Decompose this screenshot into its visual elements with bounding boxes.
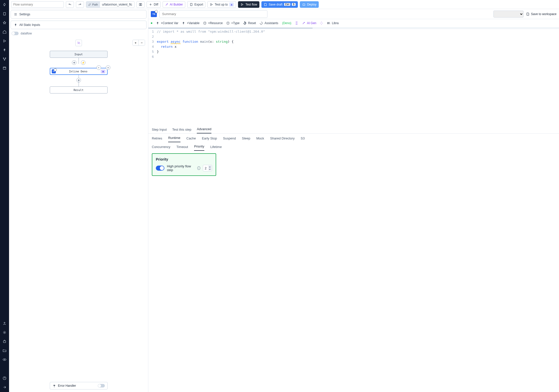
save-to-workspace-button[interactable]: Save to workspace [526,12,556,16]
dataflow-toggle-row: dataflow [9,30,148,37]
eye-icon[interactable] [2,357,7,362]
ai-builder-button[interactable]: AI Builder [163,1,185,8]
code-editor[interactable]: 123456 // import * as wmill from "npm:wi… [148,29,559,125]
svg-rect-7 [3,341,6,342]
result-node[interactable]: Result [50,86,108,93]
tab-concurrency[interactable]: Concurrency [152,145,170,151]
bag-icon[interactable] [2,339,7,344]
folder-icon[interactable] [2,348,7,353]
step-add-button[interactable]: + [97,65,101,70]
code-content[interactable]: // import * as wmill from "npm:windmill-… [156,29,559,125]
advanced-tabs-2: Concurrency Timeout Priority Lifetime [148,142,559,151]
sparkle-button[interactable] [320,21,323,25]
step-delete-button[interactable]: ✕ [106,65,110,70]
nodes-icon[interactable] [2,57,7,61]
tab-s3[interactable]: S3 [301,136,305,142]
home-icon[interactable] [2,30,7,34]
zoom-in-button[interactable]: + [133,40,139,45]
diff-button[interactable]: Diff [147,1,161,8]
format-button[interactable] [295,21,298,25]
path-chip[interactable]: Path u/faton/non_violent_flc [86,1,134,8]
user-icon[interactable] [2,321,7,326]
high-priority-label: High priority flow step [167,164,195,172]
tab-timeout[interactable]: Timeout [176,145,188,151]
all-static-inputs-row[interactable]: All Static Inputs [11,21,147,29]
svg-rect-4 [3,67,6,69]
tab-step-input[interactable]: Step Input [152,128,167,133]
flow-summary-input[interactable] [11,1,64,8]
undo-button[interactable] [66,1,74,8]
settings-row[interactable]: Settings [11,10,147,19]
svg-rect-11 [303,4,305,6]
context-var-button[interactable]: +Context Var [156,21,178,25]
variable-button[interactable]: +Variable [182,21,199,25]
tab-cache[interactable]: Cache [187,136,196,142]
svg-rect-0 [4,13,6,15]
error-handler-row[interactable]: Error Handler [50,382,108,389]
star-icon[interactable] [2,21,7,25]
library-button[interactable]: Libra [327,21,339,25]
path-label-text: Path [92,3,98,6]
flow-canvas[interactable]: + − Input ✥ ⚡ TS Inline Deno a + ✕ [9,37,148,392]
status-dot [151,22,152,24]
dataflow-label: dataflow [21,32,32,35]
tab-mock[interactable]: Mock [256,136,264,142]
tab-retries[interactable]: Retries [152,136,162,142]
assistants-button[interactable]: Assistants (Deno) [259,21,291,25]
collapse-icon[interactable] [2,385,7,389]
priority-stepper[interactable]: ▴▾ [208,166,211,170]
tab-test-this-step[interactable]: Test this step [172,128,191,133]
editor-header: TS Save to workspace [148,9,559,19]
tab-runtime[interactable]: Runtime [168,136,180,142]
error-handler-toggle[interactable] [98,384,105,387]
high-priority-toggle[interactable] [156,166,164,171]
reset-button[interactable]: Reset [243,21,256,25]
deploy-button[interactable]: Deploy [300,1,319,8]
svg-rect-10 [190,3,192,6]
step-summary-input[interactable] [159,10,267,18]
dataflow-toggle[interactable] [12,32,19,35]
export-button[interactable]: Export [187,1,206,8]
tab-advanced[interactable]: Advanced [197,127,211,133]
zoom-out-button[interactable]: − [139,40,145,45]
advanced-tabs-1: Retries Runtime Cache Early Stop Suspend… [148,134,559,142]
redo-button[interactable] [76,1,84,8]
logo-icon[interactable] [2,3,7,7]
connector [78,81,79,86]
book-button[interactable] [136,1,145,8]
priority-value-input[interactable]: 2 ▴▾ [203,165,212,171]
test-flow-button[interactable]: Test flow [238,1,259,8]
svg-rect-14 [227,22,229,24]
branch-button[interactable]: ⚡ [81,60,85,65]
help-icon[interactable] [2,376,7,380]
ai-gen-button[interactable]: AI Gen [302,21,316,25]
editor-toolbar: +Context Var +Variable +Resource +Type R… [148,19,559,27]
tab-priority[interactable]: Priority [194,144,204,151]
tab-sleep[interactable]: Sleep [242,136,250,142]
tab-suspend[interactable]: Suspend [223,136,236,142]
wand-button[interactable] [75,40,82,46]
calendar-icon[interactable] [2,66,7,70]
svg-rect-13 [204,22,206,24]
topbar: Path u/faton/non_violent_flc Diff AI Bui… [9,0,559,9]
info-icon[interactable]: i [197,166,201,170]
flow-canvas-pane: Settings All Static Inputs dataflow + − … [9,9,148,392]
test-up-to-button[interactable]: Test up toa [207,1,236,8]
resource-button[interactable]: +Resource [203,21,223,25]
path-value: u/faton/non_violent_flc [100,3,134,6]
tab-lifetime[interactable]: Lifetime [210,145,222,151]
step-badge: a [101,70,106,73]
notebook-icon[interactable] [2,12,7,16]
tab-early-stop[interactable]: Early Stop [202,136,217,142]
editor-h-scrollbar[interactable] [148,27,559,29]
ts-icon: TS [151,11,157,17]
type-button[interactable]: +Type [226,21,240,25]
input-node[interactable]: Input [50,51,108,58]
tab-shared-directory[interactable]: Shared Directory [270,136,295,142]
add-step-button[interactable]: ✥ [72,60,76,65]
gear-icon[interactable] [2,330,7,335]
save-draft-button[interactable]: Save draftCtrlS [261,1,298,8]
dollar-icon[interactable] [2,48,7,52]
play-icon[interactable] [2,39,7,43]
language-select[interactable] [493,11,524,18]
